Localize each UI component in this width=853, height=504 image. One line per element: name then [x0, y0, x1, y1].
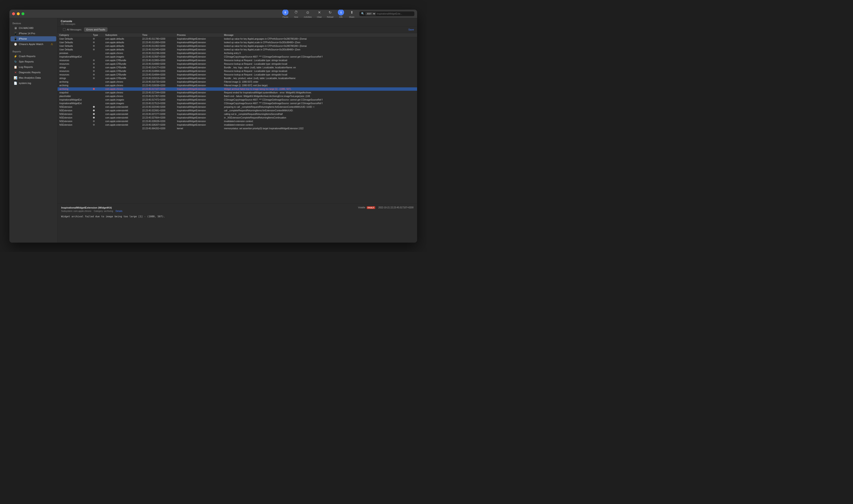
- maximize-button[interactable]: [21, 12, 24, 15]
- cell-subsystem: com.apple.extensionkit: [105, 113, 142, 115]
- sidebar-item-system-log[interactable]: 📄 system.log: [11, 80, 56, 86]
- cell-message: Resource lookup at Request : Localizable…: [224, 70, 415, 72]
- close-button[interactable]: [12, 12, 15, 15]
- cell-process: InspirationalWidgetExtension: [177, 98, 224, 101]
- detail-volatile: Volatile FAULT 2022-10-21 22:23:45.01710…: [358, 206, 414, 209]
- table-row[interactable]: User Defaults com.apple.defaults 22:23:4…: [58, 48, 417, 52]
- table-row[interactable]: NSExtension com.apple.extensionkit 22:23…: [58, 116, 417, 120]
- table-row[interactable]: InspirationalWidgetExt com.apple.imageio…: [58, 98, 417, 102]
- cell-message: invalidated extension context:: [224, 124, 415, 126]
- cell-type: [93, 120, 105, 122]
- cell-message: looked up value for key AppleLocale in C…: [224, 41, 415, 44]
- details-link[interactable]: Details: [115, 210, 123, 212]
- tab-errors-faults[interactable]: Errors and Faults: [84, 27, 107, 32]
- sidebar-item-crash-reports[interactable]: ⚡ Crash Reports: [11, 54, 56, 59]
- sidebar-item-iphone14[interactable]: 📱 iPhone 14 Pro: [11, 31, 56, 36]
- cell-subsystem: com.apple.imageio: [105, 98, 142, 101]
- table-row[interactable]: NSExtension com.apple.extensionkit 22:23…: [58, 105, 417, 109]
- table-row[interactable]: snapshot com.apple.chrono 22:23:45.01724…: [58, 91, 417, 94]
- cell-subsystem: com.apple.chrono: [105, 95, 142, 97]
- detail-meta: Subsystem: com.apple.chrono Category: ar…: [61, 210, 414, 212]
- devices-section-label: Devices: [10, 21, 57, 25]
- table-row[interactable]: User Defaults com.apple.defaults 22:23:4…: [58, 37, 417, 41]
- table-row[interactable]: NSExtension com.apple.extensionkit 22:23…: [58, 109, 417, 112]
- info-button[interactable]: ℹ Info: [338, 10, 344, 18]
- table-row[interactable]: InspirationalWidgetExt com.apple.imageio…: [58, 102, 417, 105]
- clear-button[interactable]: ✕ Clear: [316, 10, 322, 18]
- cell-time: 22:23:45.011902+0200: [142, 45, 177, 47]
- save-button[interactable]: Save: [409, 28, 414, 31]
- cell-process: InspirationalWidgetExtension: [177, 84, 224, 87]
- sidebar-item-log-reports[interactable]: 📋 Log Reports: [11, 65, 56, 70]
- cell-subsystem: com.apple.extensionkit: [105, 109, 142, 112]
- table-row[interactable]: User Defaults com.apple.defaults 22:23:4…: [58, 44, 417, 48]
- pause-button[interactable]: ⏸ Pause: [282, 10, 289, 18]
- table-row[interactable]: archiving com.apple.chrono 22:23:45.0171…: [58, 87, 417, 91]
- table-row[interactable]: 22:23:45.064202+0200 kernel memorystatus…: [58, 127, 417, 130]
- table-row[interactable]: strings com.apple.CFBundle 22:23:45.0150…: [58, 77, 417, 80]
- all-messages-checkbox[interactable]: [63, 28, 66, 31]
- activities-icon: ⊙: [305, 10, 311, 16]
- sidebar-item-iphone[interactable]: 📱 iPhone: [11, 36, 56, 41]
- cell-process: InspirationalWidgetExtension: [177, 88, 224, 90]
- cell-message: Resource lookup at Request : Localizable…: [224, 63, 415, 65]
- table-row[interactable]: resources com.apple.CFBundle 22:23:45.01…: [58, 73, 417, 77]
- search-filter-select[interactable]: ANY: [365, 12, 376, 16]
- crash-icon: ⚡: [14, 55, 17, 58]
- minimize-button[interactable]: [17, 12, 20, 15]
- table-row[interactable]: NSExtension com.apple.extensionkit 22:23…: [58, 120, 417, 123]
- monitor-icon: 🖥: [14, 26, 17, 30]
- col-type: Type: [93, 34, 105, 36]
- share-icon: ⬆: [348, 10, 355, 16]
- cell-category: snapshot: [59, 91, 93, 94]
- share-button[interactable]: ⬆ Share: [348, 10, 355, 18]
- activities-button[interactable]: ⊙ Activities: [304, 10, 312, 18]
- sidebar-item-ch-mac[interactable]: 🖥 CH-MAC480: [11, 25, 56, 31]
- detail-top: InspirationalWidgetExtension (WidgetKit)…: [61, 206, 414, 209]
- cell-time: 22:23:45.014177+0200: [142, 66, 177, 69]
- table-row[interactable]: NSExtension com.apple.extensionkit 22:23…: [58, 112, 417, 116]
- cell-subsystem: com.apple.defaults: [105, 48, 142, 51]
- table-row[interactable]: resources com.apple.CFBundle 22:23:45.01…: [58, 59, 417, 62]
- log-table[interactable]: Category Type Subsystem Time Process Mes…: [58, 33, 417, 203]
- table-row[interactable]: InspirationalWidgetExt com.apple.imageio…: [58, 55, 417, 59]
- cell-subsystem: com.apple.chrono: [105, 52, 142, 54]
- table-row[interactable]: resources com.apple.CFBundle 22:23:45.01…: [58, 62, 417, 66]
- col-time: Time: [142, 34, 177, 36]
- now-button[interactable]: ⏱ Now: [293, 10, 299, 18]
- cell-message: CGImageCopyImageSource:4607: *** CGImage…: [224, 102, 415, 105]
- cell-category: NSExtension: [59, 106, 93, 108]
- cell-category: placeholder: [59, 95, 93, 97]
- cell-process: InspirationalWidgetExtension: [177, 52, 224, 54]
- cell-category: resources: [59, 59, 93, 61]
- table-row[interactable]: archiving com.apple.chrono 22:23:45.0167…: [58, 80, 417, 84]
- sidebar-item-spin-reports[interactable]: ↻ Spin Reports: [11, 59, 56, 64]
- console-header: Console 253 messages: [58, 18, 417, 26]
- table-row[interactable]: archiving com.apple.chrono 22:23:45.0168…: [58, 84, 417, 87]
- table-row[interactable]: User Defaults com.apple.defaults 22:23:4…: [58, 41, 417, 44]
- dot-icon: [93, 113, 95, 115]
- cell-process: InspirationalWidgetExtension: [177, 80, 224, 83]
- sidebar-item-diagnostic-reports[interactable]: ✕ Diagnostic Reports: [11, 70, 56, 75]
- now-icon: ⏱: [293, 10, 299, 16]
- table-row[interactable]: placeholder com.apple.chrono 22:23:45.01…: [58, 94, 417, 98]
- table-row[interactable]: strings com.apple.CFBundle 22:23:45.0141…: [58, 66, 417, 69]
- fault-badge: FAULT: [367, 206, 375, 209]
- search-input[interactable]: [377, 13, 413, 15]
- cell-type: [93, 63, 105, 65]
- cell-subsystem: com.apple.extensionkit: [105, 120, 142, 123]
- cell-time: 22:23:45.016720+0200: [142, 80, 177, 83]
- sidebar-item-watch[interactable]: ⌚ Chiara's Apple Watch ⚠: [11, 42, 56, 47]
- sidebar-item-mac-analytics[interactable]: 📊 Mac Analytics Data: [11, 75, 56, 80]
- table-row[interactable]: NSExtension com.apple.extensionkit 22:23…: [58, 123, 417, 127]
- cell-time: 22:23:45.017244+0200: [142, 91, 177, 94]
- reload-button[interactable]: ↻ Reload: [327, 10, 333, 18]
- table-row[interactable]: resources com.apple.CFBundle 22:23:45.01…: [58, 69, 417, 73]
- cell-category: InspirationalWidgetExt: [59, 98, 93, 101]
- tab-all-messages[interactable]: All Messages: [61, 27, 84, 32]
- dot-icon: [93, 120, 95, 122]
- table-row[interactable]: previews com.apple.chrono 22:23:45.01223…: [58, 52, 417, 55]
- message-count: 253 messages: [61, 23, 414, 25]
- cell-time: 22:23:45.014894+0200: [142, 73, 177, 76]
- cell-category: NSExtension: [59, 109, 93, 112]
